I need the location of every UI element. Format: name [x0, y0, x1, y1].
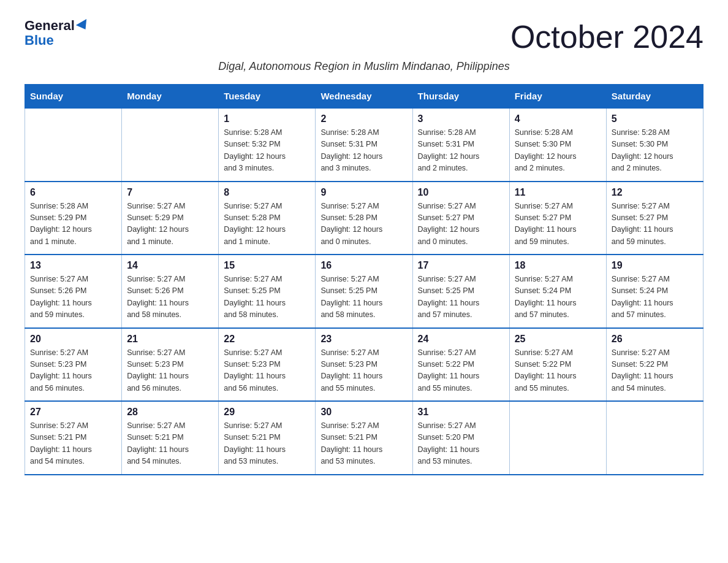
day-number: 22: [224, 334, 310, 345]
day-number: 12: [612, 187, 698, 198]
day-info: Sunrise: 5:27 AMSunset: 5:21 PMDaylight:…: [127, 420, 213, 468]
day-info: Sunrise: 5:27 AMSunset: 5:26 PMDaylight:…: [30, 274, 116, 321]
day-number: 19: [612, 260, 698, 271]
calendar-week-row: 27Sunrise: 5:27 AMSunset: 5:21 PMDayligh…: [25, 401, 703, 475]
calendar-cell: [25, 108, 122, 182]
weekday-header-friday: Friday: [509, 85, 606, 109]
weekday-header-monday: Monday: [122, 85, 219, 109]
day-info: Sunrise: 5:27 AMSunset: 5:20 PMDaylight:…: [418, 420, 504, 468]
calendar-cell: 2Sunrise: 5:28 AMSunset: 5:31 PMDaylight…: [316, 108, 412, 182]
day-number: 2: [320, 113, 407, 124]
day-info: Sunrise: 5:28 AMSunset: 5:29 PMDaylight:…: [30, 201, 116, 248]
weekday-header-sunday: Sunday: [25, 85, 122, 109]
calendar-cell: 12Sunrise: 5:27 AMSunset: 5:27 PMDayligh…: [606, 182, 703, 255]
day-info: Sunrise: 5:27 AMSunset: 5:22 PMDaylight:…: [418, 347, 504, 395]
calendar-cell: 20Sunrise: 5:27 AMSunset: 5:23 PMDayligh…: [25, 328, 122, 402]
day-number: 6: [30, 187, 116, 198]
day-info: Sunrise: 5:27 AMSunset: 5:21 PMDaylight:…: [30, 420, 116, 468]
calendar-cell: 17Sunrise: 5:27 AMSunset: 5:25 PMDayligh…: [412, 255, 509, 328]
day-number: 18: [515, 260, 601, 271]
weekday-header-row: SundayMondayTuesdayWednesdayThursdayFrid…: [25, 85, 703, 109]
day-number: 26: [612, 334, 698, 345]
calendar-cell: 31Sunrise: 5:27 AMSunset: 5:20 PMDayligh…: [412, 401, 509, 475]
logo-triangle-icon: [76, 19, 91, 33]
day-info: Sunrise: 5:27 AMSunset: 5:27 PMDaylight:…: [612, 201, 698, 248]
calendar-cell: 24Sunrise: 5:27 AMSunset: 5:22 PMDayligh…: [412, 328, 509, 402]
calendar-cell: 14Sunrise: 5:27 AMSunset: 5:26 PMDayligh…: [122, 255, 219, 328]
calendar-cell: 27Sunrise: 5:27 AMSunset: 5:21 PMDayligh…: [25, 401, 122, 475]
calendar-cell: 13Sunrise: 5:27 AMSunset: 5:26 PMDayligh…: [25, 255, 122, 328]
day-info: Sunrise: 5:27 AMSunset: 5:24 PMDaylight:…: [612, 274, 698, 321]
day-number: 3: [418, 113, 504, 124]
day-info: Sunrise: 5:27 AMSunset: 5:25 PMDaylight:…: [224, 274, 310, 321]
day-number: 4: [515, 113, 601, 124]
day-number: 31: [418, 407, 504, 418]
day-number: 29: [224, 407, 310, 418]
day-number: 11: [515, 187, 601, 198]
calendar-cell: 19Sunrise: 5:27 AMSunset: 5:24 PMDayligh…: [606, 255, 703, 328]
calendar-cell: 16Sunrise: 5:27 AMSunset: 5:25 PMDayligh…: [316, 255, 412, 328]
day-number: 13: [30, 260, 116, 271]
logo-general-text: General: [25, 18, 75, 33]
calendar-table: SundayMondayTuesdayWednesdayThursdayFrid…: [25, 84, 703, 475]
calendar-cell: [606, 401, 703, 475]
calendar-cell: 29Sunrise: 5:27 AMSunset: 5:21 PMDayligh…: [219, 401, 316, 475]
calendar-cell: 28Sunrise: 5:27 AMSunset: 5:21 PMDayligh…: [122, 401, 219, 475]
day-number: 24: [418, 334, 504, 345]
day-number: 1: [224, 113, 310, 124]
weekday-header-saturday: Saturday: [606, 85, 703, 109]
weekday-header-thursday: Thursday: [412, 85, 509, 109]
weekday-header-wednesday: Wednesday: [316, 85, 412, 109]
day-number: 5: [612, 113, 698, 124]
calendar-cell: [122, 108, 219, 182]
day-info: Sunrise: 5:27 AMSunset: 5:23 PMDaylight:…: [127, 347, 213, 395]
day-info: Sunrise: 5:27 AMSunset: 5:27 PMDaylight:…: [418, 201, 504, 248]
calendar-cell: 22Sunrise: 5:27 AMSunset: 5:23 PMDayligh…: [219, 328, 316, 402]
day-info: Sunrise: 5:27 AMSunset: 5:27 PMDaylight:…: [515, 201, 601, 248]
day-info: Sunrise: 5:27 AMSunset: 5:22 PMDaylight:…: [515, 347, 601, 395]
calendar-week-row: 13Sunrise: 5:27 AMSunset: 5:26 PMDayligh…: [25, 255, 703, 328]
location-subtitle: Digal, Autonomous Region in Muslim Minda…: [25, 60, 703, 73]
day-info: Sunrise: 5:27 AMSunset: 5:21 PMDaylight:…: [320, 420, 407, 468]
day-number: 8: [224, 187, 310, 198]
calendar-week-row: 6Sunrise: 5:28 AMSunset: 5:29 PMDaylight…: [25, 182, 703, 255]
day-number: 10: [418, 187, 504, 198]
calendar-cell: 21Sunrise: 5:27 AMSunset: 5:23 PMDayligh…: [122, 328, 219, 402]
day-number: 21: [127, 334, 213, 345]
day-number: 9: [320, 187, 407, 198]
calendar-cell: 10Sunrise: 5:27 AMSunset: 5:27 PMDayligh…: [412, 182, 509, 255]
day-number: 27: [30, 407, 116, 418]
calendar-cell: 3Sunrise: 5:28 AMSunset: 5:31 PMDaylight…: [412, 108, 509, 182]
weekday-header-tuesday: Tuesday: [219, 85, 316, 109]
calendar-cell: 11Sunrise: 5:27 AMSunset: 5:27 PMDayligh…: [509, 182, 606, 255]
day-info: Sunrise: 5:27 AMSunset: 5:29 PMDaylight:…: [127, 201, 213, 248]
day-number: 28: [127, 407, 213, 418]
day-number: 14: [127, 260, 213, 271]
day-number: 7: [127, 187, 213, 198]
calendar-cell: 25Sunrise: 5:27 AMSunset: 5:22 PMDayligh…: [509, 328, 606, 402]
day-info: Sunrise: 5:27 AMSunset: 5:24 PMDaylight:…: [515, 274, 601, 321]
calendar-cell: 23Sunrise: 5:27 AMSunset: 5:23 PMDayligh…: [316, 328, 412, 402]
calendar-cell: 18Sunrise: 5:27 AMSunset: 5:24 PMDayligh…: [509, 255, 606, 328]
calendar-cell: 5Sunrise: 5:28 AMSunset: 5:30 PMDaylight…: [606, 108, 703, 182]
day-info: Sunrise: 5:27 AMSunset: 5:28 PMDaylight:…: [224, 201, 310, 248]
day-number: 16: [320, 260, 407, 271]
logo-blue-text: Blue: [25, 33, 54, 48]
calendar-week-row: 1Sunrise: 5:28 AMSunset: 5:32 PMDaylight…: [25, 108, 703, 182]
day-number: 15: [224, 260, 310, 271]
month-title: October 2024: [510, 18, 703, 55]
calendar-cell: 9Sunrise: 5:27 AMSunset: 5:28 PMDaylight…: [316, 182, 412, 255]
day-number: 25: [515, 334, 601, 345]
day-info: Sunrise: 5:27 AMSunset: 5:23 PMDaylight:…: [30, 347, 116, 395]
calendar-cell: 1Sunrise: 5:28 AMSunset: 5:32 PMDaylight…: [219, 108, 316, 182]
page-header: General Blue October 2024: [25, 18, 703, 55]
day-info: Sunrise: 5:28 AMSunset: 5:30 PMDaylight:…: [515, 127, 601, 175]
day-info: Sunrise: 5:28 AMSunset: 5:30 PMDaylight:…: [612, 127, 698, 175]
calendar-week-row: 20Sunrise: 5:27 AMSunset: 5:23 PMDayligh…: [25, 328, 703, 402]
day-info: Sunrise: 5:27 AMSunset: 5:28 PMDaylight:…: [320, 201, 407, 248]
day-info: Sunrise: 5:27 AMSunset: 5:26 PMDaylight:…: [127, 274, 213, 321]
day-number: 30: [320, 407, 407, 418]
calendar-cell: 7Sunrise: 5:27 AMSunset: 5:29 PMDaylight…: [122, 182, 219, 255]
calendar-cell: [509, 401, 606, 475]
day-info: Sunrise: 5:27 AMSunset: 5:25 PMDaylight:…: [320, 274, 407, 321]
